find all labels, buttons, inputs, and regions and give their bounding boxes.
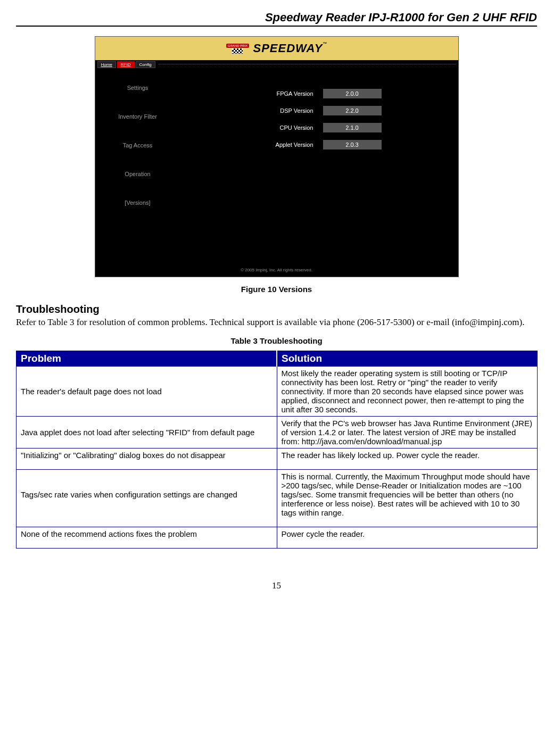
problem-cell: "Initializing" or "Calibrating" dialog b… [16, 448, 277, 470]
screenshot-container: GRAND PRIX SPEEDWAY™ Home RFID Config Se… [16, 36, 537, 277]
page-number: 15 [16, 580, 537, 591]
problem-cell: The reader's default page does not load [16, 367, 277, 417]
problem-cell: Java applet does not load after selectin… [16, 417, 277, 448]
table-caption: Table 3 Troubleshooting [16, 336, 537, 345]
col-solution: Solution [277, 351, 538, 367]
version-row-fpga: FPGA Version 2.0.0 [180, 89, 458, 98]
table-row: Java applet does not load after selectin… [16, 417, 538, 448]
solution-cell: The reader has likely locked up. Power c… [277, 448, 538, 470]
app-tabbar: Home RFID Config [95, 60, 458, 69]
figure-caption: Figure 10 Versions [16, 285, 537, 294]
troubleshooting-heading: Troubleshooting [16, 303, 537, 315]
tab-config[interactable]: Config [136, 61, 155, 68]
solution-cell: Most likely the reader operating system … [277, 367, 538, 417]
app-footer: © 2005 Impinj, Inc. All rights reserved. [95, 265, 458, 277]
app-banner: GRAND PRIX SPEEDWAY™ [95, 37, 458, 60]
solution-cell: Power cycle the reader. [277, 527, 538, 549]
troubleshooting-body: Refer to Table 3 for resolution of commo… [16, 317, 537, 328]
logo-tm: ™ [323, 41, 328, 46]
checkered-flag-icon [232, 48, 243, 54]
sidebar-item-settings[interactable]: Settings [127, 85, 148, 91]
solution-cell: Verify that the PC's web browser has Jav… [277, 417, 538, 448]
col-problem: Problem [16, 351, 277, 367]
document-header: Speedway Reader IPJ-R1000 for Gen 2 UHF … [16, 11, 537, 27]
dsp-label: DSP Version [255, 107, 313, 114]
problem-cell: Tags/sec rate varies when configuration … [16, 470, 277, 527]
fpga-value: 2.0.0 [323, 89, 382, 98]
logo-text: SPEEDWAY [253, 41, 323, 55]
app-sidebar: Settings Inventory Filter Tag Access Ope… [95, 69, 180, 265]
tab-home[interactable]: Home [97, 61, 116, 68]
tab-rfid[interactable]: RFID [117, 61, 135, 68]
app-main: FPGA Version 2.0.0 DSP Version 2.2.0 CPU… [180, 69, 458, 265]
tab-divider [159, 64, 456, 65]
version-row-applet: Applet Version 2.0.3 [180, 140, 458, 149]
table-row: "Initializing" or "Calibrating" dialog b… [16, 448, 538, 470]
table-header-row: Problem Solution [16, 351, 538, 367]
problem-cell: None of the recommend actions fixes the … [16, 527, 277, 549]
badge-text: GRAND PRIX [226, 44, 249, 48]
solution-cell: This is normal. Currently, the Maximum T… [277, 470, 538, 527]
speedway-logo: SPEEDWAY™ [253, 41, 327, 55]
dsp-value: 2.2.0 [323, 106, 382, 115]
table-row: None of the recommend actions fixes the … [16, 527, 538, 549]
fpga-label: FPGA Version [255, 90, 313, 97]
grandprix-badge-icon: GRAND PRIX [225, 40, 250, 56]
app-body: Settings Inventory Filter Tag Access Ope… [95, 69, 458, 265]
table-row: Tags/sec rate varies when configuration … [16, 470, 538, 527]
sidebar-item-tag-access[interactable]: Tag Access [123, 142, 153, 148]
cpu-label: CPU Version [255, 124, 313, 131]
applet-label: Applet Version [255, 142, 313, 148]
applet-value: 2.0.3 [323, 140, 382, 149]
sidebar-item-inventory-filter[interactable]: Inventory Filter [118, 113, 157, 120]
version-row-cpu: CPU Version 2.1.0 [180, 123, 458, 132]
cpu-value: 2.1.0 [323, 123, 382, 132]
sidebar-item-operation[interactable]: Operation [125, 171, 150, 177]
table-row: The reader's default page does not load … [16, 367, 538, 417]
version-row-dsp: DSP Version 2.2.0 [180, 106, 458, 115]
troubleshooting-table: Problem Solution The reader's default pa… [16, 351, 538, 549]
sidebar-item-versions[interactable]: [Versions] [125, 200, 150, 206]
app-screenshot: GRAND PRIX SPEEDWAY™ Home RFID Config Se… [95, 36, 459, 277]
